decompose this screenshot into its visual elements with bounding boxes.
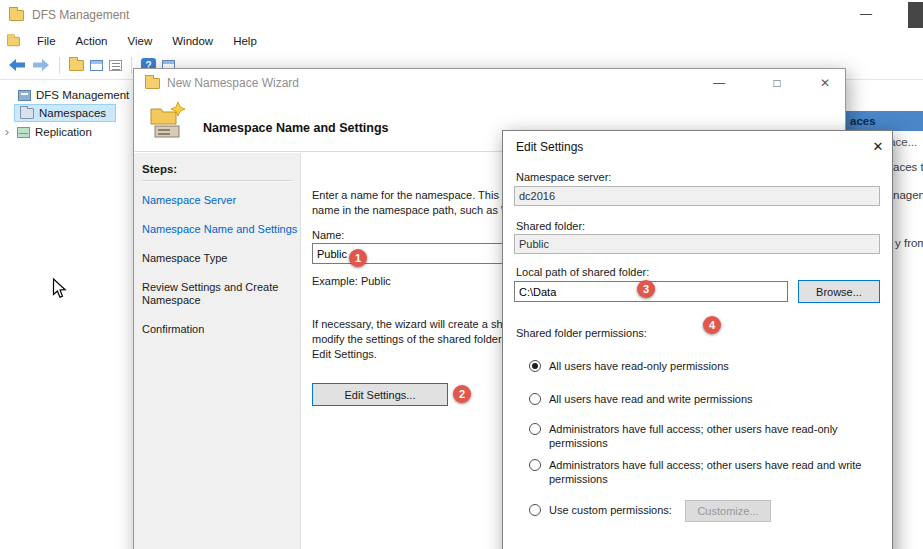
namespace-server-label: Namespace server: — [516, 171, 611, 183]
menu-folder-icon — [7, 36, 20, 45]
menu-bar: File Action View Window Help — [0, 30, 923, 52]
console-tree: DFS Management Namespaces › Replication — [0, 82, 133, 549]
back-icon[interactable] — [8, 58, 26, 74]
note-text-line2: modify the settings of the shared folder… — [312, 333, 513, 345]
step-namespace-type: Namespace Type — [142, 252, 292, 265]
dfs-management-screen: DFS Management — File Action View Window… — [0, 0, 923, 549]
background-text-fragment: y from — [895, 237, 923, 249]
radio-button-icon[interactable] — [529, 504, 541, 516]
radio-label: All users have read and write permission… — [549, 392, 881, 406]
annotation-badge-4: 4 — [703, 316, 721, 334]
wizard-title: New Namespace Wizard — [167, 76, 299, 90]
main-titlebar: DFS Management — — [0, 0, 923, 30]
chevron-right-icon[interactable]: › — [2, 126, 12, 138]
wizard-minimize-icon[interactable]: — — [704, 69, 734, 97]
wizard-page-title: Namespace Name and Settings — [203, 121, 389, 135]
annotation-badge-2: 2 — [453, 385, 471, 403]
wizard-close-icon[interactable]: ✕ — [810, 69, 840, 97]
namespaces-icon — [20, 108, 34, 119]
step-namespace-server[interactable]: Namespace Server — [142, 194, 292, 207]
forward-icon[interactable] — [32, 58, 50, 74]
menu-action[interactable]: Action — [66, 32, 118, 50]
mouse-cursor — [52, 278, 67, 301]
tree-root-label: DFS Management — [36, 89, 129, 101]
tree-item-dfs-management[interactable]: DFS Management — [18, 86, 129, 104]
show-folder-icon[interactable] — [69, 60, 84, 71]
shared-folder-label: Shared folder: — [516, 220, 585, 232]
wizard-titlebar[interactable]: New Namespace Wizard — □ ✕ — [134, 69, 845, 97]
tree-namespaces-label: Namespaces — [39, 107, 106, 119]
background-window-edge — [908, 2, 923, 28]
steps-header: Steps: — [142, 163, 292, 175]
radio-admin-full-users-readwrite[interactable]: Administrators have full access; other u… — [529, 458, 881, 486]
minimize-icon[interactable]: — — [853, 2, 879, 26]
replication-icon — [17, 127, 30, 138]
app-folder-icon — [9, 10, 24, 21]
step-confirmation: Confirmation — [142, 323, 292, 336]
intro-text-line2: name in the namespace path, such as \\ — [312, 204, 507, 216]
shared-folder-field — [514, 234, 880, 254]
edit-settings-close-icon[interactable]: ✕ — [867, 136, 889, 158]
intro-text-line1: Enter a name for the namespace. This na — [312, 189, 514, 201]
radio-label: Administrators have full access; other u… — [549, 422, 881, 450]
step-namespace-name-settings[interactable]: Namespace Name and Settings — [142, 223, 292, 236]
tree-item-namespaces[interactable]: Namespaces — [14, 104, 116, 122]
local-path-label: Local path of shared folder: — [516, 266, 649, 278]
steps-divider — [142, 180, 292, 182]
tree-replication-label: Replication — [35, 126, 92, 138]
radio-button-icon[interactable] — [529, 459, 541, 471]
wizard-maximize-icon[interactable]: □ — [762, 69, 792, 97]
annotation-badge-3: 3 — [637, 280, 655, 298]
browse-button[interactable]: Browse... — [798, 280, 880, 303]
radio-admin-full-users-read[interactable]: Administrators have full access; other u… — [529, 422, 881, 450]
menu-help[interactable]: Help — [223, 32, 267, 50]
export-list-icon[interactable] — [109, 60, 122, 71]
console-window-icon[interactable] — [90, 60, 103, 71]
namespace-wizard-banner-icon — [147, 99, 191, 145]
wizard-steps-panel: Steps: Namespace Server Namespace Name a… — [134, 153, 301, 549]
menu-file[interactable]: File — [27, 32, 66, 50]
note-text-line1: If necessary, the wizard will create a s… — [312, 318, 512, 330]
radio-button-icon[interactable] — [529, 360, 541, 372]
namespace-name-input[interactable] — [312, 243, 530, 264]
edit-settings-dialog: Edit Settings ✕ Namespace server: Shared… — [502, 130, 893, 549]
example-text: Example: Public — [312, 275, 391, 287]
radio-button-icon[interactable] — [529, 423, 541, 435]
namespace-server-field — [514, 186, 880, 206]
menu-view[interactable]: View — [118, 32, 163, 50]
radio-read-write[interactable]: All users have read and write permission… — [529, 392, 881, 406]
customize-button: Customize... — [685, 500, 771, 522]
toolbar-separator — [131, 57, 132, 74]
main-window-title: DFS Management — [32, 8, 129, 22]
background-text-fragment: aces t — [893, 161, 923, 173]
content-pane-header-fragment: aces — [846, 111, 923, 131]
wizard-icon — [145, 78, 160, 89]
edit-settings-button[interactable]: Edit Settings... — [312, 383, 448, 406]
radio-label: All users have read-only permissions — [549, 359, 881, 373]
radio-label: Administrators have full access; other u… — [549, 458, 881, 486]
annotation-badge-1: 1 — [349, 249, 367, 267]
permissions-label: Shared folder permissions: — [516, 327, 647, 339]
step-review-settings: Review Settings and Create Namespace — [142, 281, 284, 307]
menu-window[interactable]: Window — [162, 32, 223, 50]
background-text-fragment: nagen — [893, 189, 923, 201]
toolbar-separator — [59, 57, 60, 74]
radio-button-icon[interactable] — [529, 393, 541, 405]
name-label: Name: — [312, 229, 344, 241]
edit-settings-title: Edit Settings — [516, 140, 583, 154]
radio-read-only[interactable]: All users have read-only permissions — [529, 359, 881, 373]
tree-item-replication[interactable]: › Replication — [2, 123, 92, 141]
console-icon — [18, 90, 31, 101]
note-text-line3: Edit Settings. — [312, 348, 377, 360]
